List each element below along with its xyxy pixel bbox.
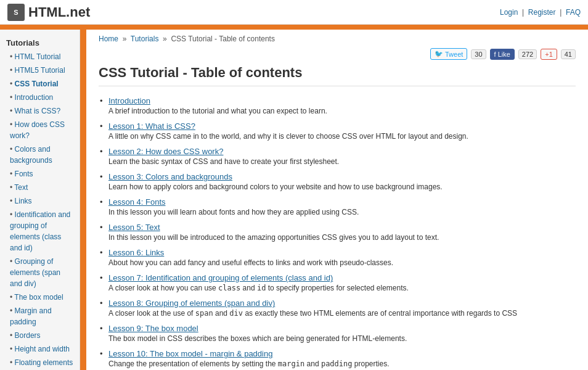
breadcrumb-home[interactable]: Home <box>99 35 118 43</box>
list-item: Lesson 3: Colors and backgrounds Learn h… <box>99 172 576 191</box>
list-item: Lesson 7: Identification and grouping of… <box>99 273 576 292</box>
sidebar-item-borders[interactable]: Borders <box>0 329 80 342</box>
toc-link-intro[interactable]: Introduction <box>108 96 150 105</box>
toc-link-5[interactable]: Lesson 5: Text <box>108 223 160 232</box>
sidebar-item-box-model[interactable]: The box model <box>0 290 80 304</box>
like-button[interactable]: f Like <box>490 49 515 60</box>
toc-desc: In this lesson you will learn about font… <box>108 208 576 216</box>
gplus-button[interactable]: +1 <box>541 49 557 60</box>
toc-desc: Learn the basic syntax of CSS and have t… <box>108 157 576 166</box>
sidebar-item-css[interactable]: CSS Tutorial <box>0 77 80 91</box>
accent-bar <box>0 25 588 30</box>
toc-desc: About how you can add fancy and useful e… <box>108 258 576 267</box>
list-item: Introduction A brief introduction to the… <box>99 96 576 115</box>
gplus-label: +1 <box>545 51 553 58</box>
toc-link-2[interactable]: Lesson 2: How does CSS work? <box>108 147 223 156</box>
list-item: Lesson 9: The box model The box model in… <box>99 324 576 343</box>
sidebar-item-fonts[interactable]: Fonts <box>0 167 80 181</box>
twitter-icon: 🐦 <box>435 50 443 58</box>
social-bar: 🐦 Tweet 30 f Like 272 +1 41 <box>99 48 576 60</box>
page-title: CSS Tutorial - Table of contents <box>99 65 576 86</box>
logo-icon: S <box>7 4 25 21</box>
sidebar-item-html5[interactable]: HTML5 Tutorial <box>0 64 80 77</box>
sidebar-item-floating[interactable]: Floating elements (floats) <box>0 356 80 370</box>
toc-link-3[interactable]: Lesson 3: Colors and backgrounds <box>108 172 232 181</box>
tweet-count: 30 <box>471 49 486 59</box>
breadcrumb: Home » Tutorials » CSS Tutorial - Table … <box>99 30 576 48</box>
layout: Tutorials HTML Tutorial HTML5 Tutorial C… <box>0 30 588 370</box>
gplus-count: 41 <box>561 49 576 59</box>
like-label: Like <box>498 51 510 58</box>
toc-desc: A little on why CSS came in to the world… <box>108 132 576 141</box>
faq-link[interactable]: FAQ <box>566 8 581 17</box>
tutorials-section-title: Tutorials <box>0 35 80 50</box>
user-nav: Login | Register | FAQ <box>500 8 581 17</box>
list-item: Lesson 10: The box model - margin & padd… <box>99 349 576 368</box>
list-item: Lesson 5: Text In this lesson you will b… <box>99 223 576 242</box>
toc-desc: A closer look at how you can use class a… <box>108 284 576 292</box>
list-item: Lesson 8: Grouping of elements (span and… <box>99 298 576 318</box>
sidebar-item-what-is-css[interactable]: What is CSS? <box>0 104 80 118</box>
toc-desc: A brief introduction to the tutorial and… <box>108 107 576 115</box>
sidebar-item-html[interactable]: HTML Tutorial <box>0 50 80 64</box>
logo-area: S HTML.net <box>7 4 90 21</box>
list-item: Lesson 1: What is CSS? A little on why C… <box>99 121 576 141</box>
sidebar-item-how-does-css[interactable]: How does CSS work? <box>0 118 80 142</box>
facebook-icon: f <box>494 51 496 58</box>
toc-link-4[interactable]: Lesson 4: Fonts <box>108 197 166 207</box>
sidebar-item-margin[interactable]: Margin and padding <box>0 304 80 329</box>
toc-list: Introduction A brief introduction to the… <box>99 96 576 370</box>
list-item: Lesson 2: How does CSS work? Learn the b… <box>99 147 576 166</box>
toc-link-10[interactable]: Lesson 10: The box model - margin & padd… <box>108 349 272 358</box>
sidebar-item-introduction[interactable]: Introduction <box>0 91 80 104</box>
sidebar-item-grouping[interactable]: Grouping of elements (span and div) <box>0 255 80 290</box>
toc-link-6[interactable]: Lesson 6: Links <box>108 248 164 257</box>
sidebar-item-links[interactable]: Links <box>0 194 80 208</box>
toc-desc: Learn how to apply colors and background… <box>108 183 576 191</box>
breadcrumb-current: CSS Tutorial - Table of contents <box>171 35 275 43</box>
like-count: 272 <box>518 49 537 59</box>
sidebar-item-identification[interactable]: Identification and grouping of elements … <box>0 208 80 255</box>
tweet-label: Tweet <box>445 51 463 58</box>
sidebar-item-height[interactable]: Height and width <box>0 342 80 356</box>
toc-desc: Change the presentation of elements by s… <box>108 360 576 368</box>
sidebar-item-colors[interactable]: Colors and backgrounds <box>0 142 80 167</box>
list-item: Lesson 6: Links About how you can add fa… <box>99 248 576 267</box>
toc-link-1[interactable]: Lesson 1: What is CSS? <box>108 121 195 131</box>
toc-link-7[interactable]: Lesson 7: Identification and grouping of… <box>108 273 333 282</box>
register-link[interactable]: Register <box>528 8 556 17</box>
login-link[interactable]: Login <box>500 8 518 17</box>
sidebar-item-text[interactable]: Text <box>0 181 80 194</box>
sidebar: Tutorials HTML Tutorial HTML5 Tutorial C… <box>0 30 80 370</box>
toc-desc: A closer look at the use of span and div… <box>108 309 576 318</box>
breadcrumb-tutorials[interactable]: Tutorials <box>131 35 159 43</box>
site-title: HTML.net <box>28 4 90 20</box>
main-content: Home » Tutorials » CSS Tutorial - Table … <box>86 30 588 370</box>
toc-link-8[interactable]: Lesson 8: Grouping of elements (span and… <box>108 298 275 308</box>
top-bar: S HTML.net Login | Register | FAQ <box>0 0 588 25</box>
toc-desc: The box model in CSS describes the boxes… <box>108 334 576 343</box>
list-item: Lesson 4: Fonts In this lesson you will … <box>99 197 576 216</box>
toc-desc: In this lesson you will be introduced to… <box>108 233 576 242</box>
left-accent <box>80 30 86 370</box>
tweet-button[interactable]: 🐦 Tweet <box>430 48 467 60</box>
toc-link-9[interactable]: Lesson 9: The box model <box>108 324 198 333</box>
